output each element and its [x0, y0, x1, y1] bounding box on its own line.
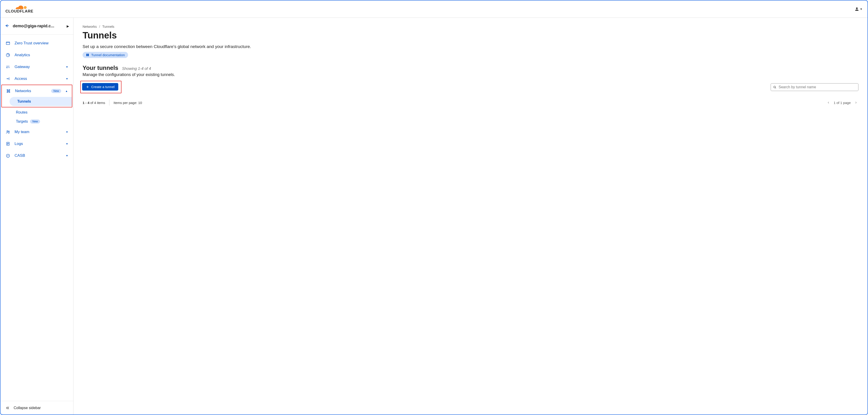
- search-wrap: [771, 83, 859, 91]
- nav-casb[interactable]: CASB ▼: [0, 150, 73, 161]
- networks-icon: [6, 89, 11, 93]
- chevron-left-icon: [827, 101, 830, 104]
- svg-point-10: [774, 86, 775, 88]
- svg-point-4: [9, 89, 10, 90]
- page-indicator: 1 of 1 page: [834, 101, 851, 105]
- prev-page-button[interactable]: [826, 100, 831, 105]
- collapse-sidebar[interactable]: Collapse sidebar: [0, 401, 73, 415]
- nav-zero-trust-overview[interactable]: Zero Trust overview: [0, 37, 73, 49]
- pie-chart-icon: [5, 53, 10, 58]
- user-icon: [854, 7, 859, 11]
- svg-point-5: [7, 92, 7, 92]
- caret-down-icon: ▼: [66, 154, 68, 157]
- next-page-button[interactable]: [854, 100, 859, 105]
- divider: [109, 100, 110, 106]
- new-badge: New: [51, 89, 61, 93]
- search-icon: [773, 85, 777, 89]
- subnav-targets[interactable]: Targets New: [8, 117, 73, 126]
- nav-logs[interactable]: Logs ▼: [0, 138, 73, 150]
- cloudflare-logo-icon: CLOUDFLARE: [5, 4, 37, 14]
- new-badge: New: [30, 119, 40, 123]
- create-tunnel-highlight: Create a tunnel: [80, 81, 121, 93]
- brand-logo[interactable]: CLOUDFLARE: [5, 4, 37, 14]
- chevron-right-icon: [854, 101, 858, 104]
- svg-text:CLOUDFLARE: CLOUDFLARE: [5, 9, 33, 13]
- tunnel-documentation-link[interactable]: Tunnel documentation: [83, 52, 128, 58]
- pagination-range: 1 - 4 of 4 items: [83, 101, 105, 105]
- window-icon: [5, 41, 10, 46]
- caret-down-icon: ▼: [860, 7, 863, 11]
- subnav-routes[interactable]: Routes: [8, 108, 73, 117]
- section-showing: Showing 1-4 of 4: [122, 66, 151, 71]
- chevrons-left-icon: [5, 406, 10, 410]
- caret-down-icon: ▼: [66, 65, 68, 68]
- svg-point-8: [8, 131, 9, 132]
- logs-icon: [5, 141, 10, 146]
- team-icon: [5, 129, 10, 135]
- breadcrumb: Networks / Tunnels: [83, 25, 859, 28]
- sidebar-nav: Zero Trust overview Analytics Gateway ▼ …: [0, 35, 73, 401]
- pagination: 1 - 4 of 4 items Items per page: 10 1 of…: [83, 100, 859, 106]
- account-switcher[interactable]: demo@giga-rapid.c... ▶: [0, 18, 73, 35]
- items-per-page[interactable]: Items per page: 10: [114, 101, 142, 105]
- main-content: Networks / Tunnels Tunnels Set up a secu…: [73, 18, 868, 415]
- caret-down-icon: ▼: [66, 142, 68, 145]
- page-title: Tunnels: [83, 30, 859, 40]
- caret-down-icon: ▼: [66, 77, 68, 80]
- sidebar: demo@giga-rapid.c... ▶ Zero Trust overvi…: [0, 18, 73, 415]
- nav-gateway[interactable]: Gateway ▼: [0, 61, 73, 73]
- svg-point-3: [7, 89, 7, 90]
- breadcrumb-tunnels[interactable]: Tunnels: [102, 25, 115, 28]
- chevron-right-icon: ▶: [67, 24, 69, 28]
- svg-point-7: [7, 130, 8, 132]
- back-arrow-icon: [5, 23, 9, 29]
- breadcrumb-networks[interactable]: Networks: [83, 25, 97, 28]
- book-icon: [86, 53, 89, 57]
- svg-point-0: [24, 6, 27, 9]
- caret-down-icon: ▼: [66, 130, 68, 133]
- your-tunnels-section: Your tunnels Showing 1-4 of 4 Manage the…: [83, 64, 859, 106]
- svg-point-6: [9, 92, 10, 92]
- casb-icon: [5, 153, 10, 158]
- nav-my-team[interactable]: My team ▼: [0, 126, 73, 138]
- plus-icon: [86, 85, 89, 89]
- topbar: CLOUDFLARE ▼: [0, 0, 868, 18]
- actions-row: Create a tunnel: [83, 81, 859, 93]
- subnav-tunnels[interactable]: Tunnels: [9, 97, 72, 106]
- section-heading: Your tunnels: [83, 64, 118, 71]
- user-menu[interactable]: ▼: [854, 7, 863, 11]
- networks-subnav-rest: Routes Targets New: [0, 108, 73, 126]
- section-desc: Manage the configurations of your existi…: [83, 72, 859, 77]
- nav-networks-group-highlight: Networks New ▲ Tunnels: [1, 85, 72, 108]
- breadcrumb-separator: /: [99, 25, 100, 28]
- nav-networks[interactable]: Networks New ▲: [2, 85, 72, 97]
- nav-analytics[interactable]: Analytics: [0, 49, 73, 61]
- caret-up-icon: ▲: [65, 90, 68, 92]
- networks-subnav: Tunnels: [2, 97, 72, 106]
- nav-access[interactable]: Access ▼: [0, 73, 73, 85]
- search-tunnel-input[interactable]: [771, 83, 859, 91]
- account-label: demo@giga-rapid.c...: [13, 24, 63, 28]
- page-lead: Set up a secure connection between Cloud…: [83, 44, 859, 49]
- access-icon: [5, 76, 10, 81]
- create-tunnel-button[interactable]: Create a tunnel: [82, 83, 118, 91]
- svg-rect-2: [6, 42, 10, 45]
- gateway-icon: [5, 64, 10, 69]
